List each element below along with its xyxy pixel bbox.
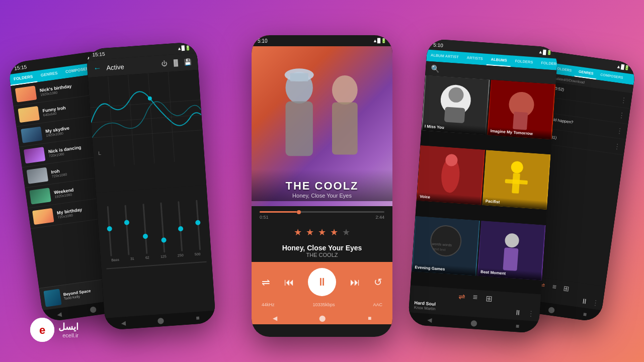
star-2[interactable]: ★ [306,227,314,238]
eq-label-250: 250 [178,253,184,257]
eq-slider-62[interactable] [142,204,147,254]
grid-icon-p5[interactable]: ⊞ [563,284,570,293]
back-button-p2[interactable]: ◀ [121,319,126,327]
svg-line-2 [92,130,202,138]
pause-button[interactable]: ⏸ [308,268,336,296]
eq-slider-31[interactable] [125,205,130,255]
save-icon[interactable]: 💾 [184,58,192,66]
grid-icon-p4[interactable]: ⊞ [485,294,492,304]
svg-text:e: e [39,324,45,336]
progress-times: 0:51 2:44 [260,215,384,220]
recents-button-p2[interactable]: ■ [196,314,200,321]
current-time: 0:51 [260,215,269,220]
scene: 15:15 ▲▉🔋 FOLDERS GENRES COMPOSERS PO...… [10,10,634,352]
album-voice[interactable]: Voice [417,145,485,205]
star-1[interactable]: ★ [294,227,302,238]
home-button-p1[interactable]: ⬤ [90,306,97,314]
phone1-mini-thumb [43,289,61,307]
equalizer-icon[interactable]: ▐▌ [172,59,181,66]
list-icon-p5[interactable]: ≡ [552,283,557,291]
p5-more-3[interactable]: ⋮ [615,126,623,135]
slider-125-thumb[interactable] [161,237,167,243]
svg-line-4 [128,75,134,165]
home-button-p5[interactable]: ⬤ [548,306,555,314]
repeat-button[interactable]: ↺ [374,276,382,288]
eq-slider-500[interactable] [196,200,201,250]
more-icon-p4[interactable]: ⋮ [527,309,535,317]
slider-62-thumb[interactable] [143,234,148,239]
eq-label-500: 500 [195,252,201,256]
back-arrow-icon[interactable]: ← [93,63,102,73]
power-icon[interactable]: ⏻ [162,60,168,67]
phone2-signal: ▲▉🔋 [177,45,191,51]
eq-label-31: 31 [130,257,134,261]
back-button-p3[interactable]: ◀ [273,315,277,322]
album-evening-games[interactable]: words words text text Evening Games [412,216,480,276]
progress-bar[interactable] [260,211,384,213]
eq-slider-125[interactable] [160,203,165,253]
pause-icon-p5[interactable]: ⏸ [580,297,588,306]
home-button-p3[interactable]: ⬤ [319,315,326,322]
svg-rect-12 [332,102,358,154]
p5-more-2[interactable]: ⋮ [618,111,626,120]
tab-folders2[interactable]: FOLDERS... [537,57,558,70]
eq-slider-250[interactable] [178,201,183,251]
song-subtitle: Honey, Close Your Eyes [257,193,387,199]
play-pause-icon-p4[interactable]: ⏸ [514,308,522,317]
recents-button-p4[interactable]: ■ [516,322,520,329]
album-grid: I Miss You Imagine My Tomorrow [411,75,556,294]
p5-more-1[interactable]: ⋮ [620,96,628,105]
rating-stars[interactable]: ★ ★ ★ ★ ★ [252,223,392,242]
album-i-miss-you[interactable]: I Miss You [421,75,490,135]
star-5[interactable]: ★ [342,227,350,238]
video-thumb-6 [29,188,51,204]
recents-button-p5[interactable]: ■ [583,311,587,318]
star-3[interactable]: ★ [318,227,326,238]
shuffle-icon-p4[interactable]: ⇌ [458,292,465,302]
phone5-signal: ▲▉🔋 [616,64,630,71]
tab-artists[interactable]: ARTISTS [462,52,488,65]
back-button-p4[interactable]: ◀ [427,316,432,324]
album-beat-moment[interactable]: Beat Moment [477,221,546,281]
more-icon-p5[interactable]: ⋮ [591,298,599,307]
phone2-title: Active [106,60,157,71]
track-info: Honey, Close Your Eyes THE COOLZ [252,242,392,262]
svg-line-5 [148,73,154,164]
album-imagine-tomorrow[interactable]: Imagine My Tomorrow [487,80,555,140]
video-thumb-3 [21,126,43,143]
slider-500-thumb[interactable] [195,220,201,225]
eq-waveform: L [88,70,205,168]
search-icon[interactable]: 🔍 [430,64,439,73]
slider-250-thumb[interactable] [178,226,184,232]
phone3-status-bar: 5:10 ▲▉🔋 [252,35,392,46]
phone3-signal: ▲▉🔋 [373,38,386,43]
sample-rate: 44kHz [262,302,275,307]
slider-31-thumb[interactable] [124,220,130,225]
svg-line-3 [108,76,115,166]
album-pacifist[interactable]: Pacifist [482,150,550,210]
home-button-p2[interactable]: ⬤ [157,317,165,324]
bass-thumb[interactable] [107,226,112,232]
watermark-logo: e [30,318,54,342]
progress-thumb[interactable] [297,210,301,214]
tab-albums[interactable]: ALBUMS [487,54,512,67]
list-icon-p4[interactable]: ≡ [472,293,478,303]
eq-sliders-row [96,189,211,257]
phone4-play-controls: ⏸ ⋮ [514,308,535,318]
home-button-p4[interactable]: ⬤ [470,319,477,327]
eq-slider-bass[interactable] [107,206,112,256]
star-4[interactable]: ★ [330,227,338,238]
ecell-logo-svg: e [30,318,54,342]
shuffle-button[interactable]: ⇌ [262,276,270,288]
phone2-time: 15:15 [92,51,105,57]
prev-button[interactable]: ⏮ [284,277,294,288]
phone3-nav-bar: ◀ ⬤ ■ [252,312,392,324]
next-button[interactable]: ⏭ [350,277,360,288]
progress-fill [260,211,297,213]
track-title: Honey, Close Your Eyes [260,244,384,252]
p5-more-4[interactable]: ⋮ [613,142,621,151]
phone2-header-icons: ⏻ ▐▌ 💾 [162,58,192,67]
phone1-time: 15:15 [14,64,27,71]
back-button-p1[interactable]: ◀ [57,310,62,318]
recents-button-p3[interactable]: ■ [368,315,371,322]
